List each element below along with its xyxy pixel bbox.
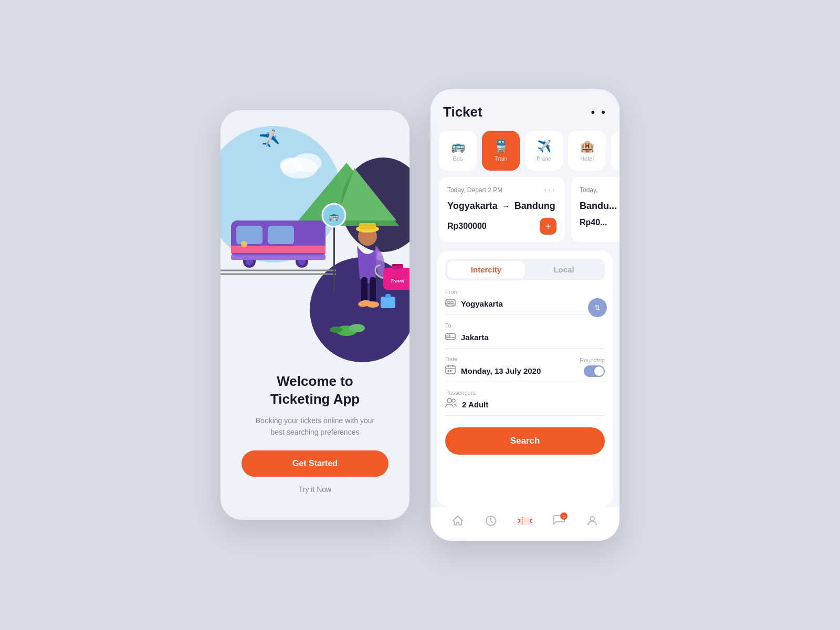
ticket-nav-icon: [518, 514, 532, 530]
from-field: From Yogyakarta ⇅: [445, 289, 605, 315]
bus-icon: 🚌: [451, 140, 465, 153]
nav-ticket[interactable]: [518, 514, 532, 530]
card-route-2: Bandu...: [580, 201, 620, 212]
svg-point-39: [349, 324, 365, 332]
svg-point-59: [452, 399, 455, 402]
try-now-link[interactable]: Try it Now: [299, 485, 331, 494]
profile-icon: [586, 514, 598, 530]
tab-hotel[interactable]: 🏨 Hotel: [568, 131, 606, 171]
tab-hotel-label: Hotel: [580, 155, 594, 162]
svg-point-27: [366, 301, 379, 308]
tab-train-label: Train: [495, 155, 508, 162]
svg-point-58: [447, 398, 452, 403]
from-value[interactable]: Yogyakarta: [461, 299, 605, 308]
date-value[interactable]: Monday, 13 July 2020: [461, 366, 541, 375]
svg-point-65: [590, 517, 594, 521]
seg-tab-intercity[interactable]: Intercity: [447, 261, 525, 278]
bottom-nav: 1: [430, 507, 620, 541]
date-field: Date Roundtrip: [445, 356, 605, 382]
ticket-header: Ticket • •: [430, 89, 620, 127]
svg-text:Travel: Travel: [391, 278, 405, 284]
ticket-title: Ticket: [443, 104, 482, 120]
tab-train[interactable]: 🚆 Train: [482, 131, 520, 171]
card-top-1: Today, Depart 2 PM ···: [447, 184, 556, 195]
card-price-1: Rp300000: [447, 222, 487, 231]
station-from-icon: [445, 297, 456, 310]
card-price-2: Rp40...: [580, 218, 607, 227]
nav-home[interactable]: [452, 514, 464, 530]
ticket-screen: Ticket • • 🚌 Bus 🚆 Train ✈️ Plane 🏨 Hote…: [430, 89, 620, 541]
card-top-2: Today, ···: [580, 184, 620, 195]
route-to-1: Bandung: [514, 201, 555, 212]
card-route-1: Yogyakarta → Bandung: [447, 201, 556, 212]
passengers-row: 2 Adult: [445, 398, 605, 416]
plane-icon: ✈️: [537, 140, 551, 153]
tab-bus[interactable]: 🚌 Bus: [439, 131, 477, 171]
from-label: From: [445, 289, 605, 295]
home-icon: [452, 514, 464, 530]
svg-rect-33: [385, 294, 391, 298]
station-to-icon: [445, 331, 456, 344]
more-options-button[interactable]: • •: [591, 106, 607, 119]
seg-tab-local[interactable]: Local: [525, 261, 603, 278]
svg-rect-7: [236, 226, 262, 244]
route-from-1: Yogyakarta: [447, 201, 498, 212]
card-add-btn-1[interactable]: +: [540, 218, 556, 235]
card-bottom-2: Rp40...: [580, 218, 620, 227]
search-section: Intercity Local From: [437, 250, 613, 507]
roundtrip-label: Roundtrip: [580, 357, 605, 363]
date-label: Date: [445, 356, 457, 362]
card-depart-1: Today, Depart 2 PM: [447, 186, 502, 194]
search-button[interactable]: Search: [445, 427, 605, 455]
to-row: Jakarta: [445, 331, 605, 349]
roundtrip-toggle[interactable]: [584, 365, 605, 377]
tab-explore[interactable]: 🗺️ Ex...: [611, 131, 620, 171]
card-bottom-1: Rp300000 +: [447, 218, 556, 235]
from-row: Yogyakarta ⇅: [445, 297, 605, 315]
tab-plane-label: Plane: [537, 155, 551, 162]
svg-rect-24: [361, 277, 368, 303]
tab-plane[interactable]: ✈️ Plane: [525, 131, 563, 171]
svg-rect-48: [447, 335, 450, 337]
passengers-value[interactable]: 2 Adult: [462, 400, 605, 409]
svg-point-62: [518, 519, 520, 522]
card-depart-2: Today,: [580, 186, 597, 194]
svg-rect-43: [451, 301, 453, 303]
svg-rect-23: [359, 223, 376, 229]
ticket-card-2: Today, ··· Bandu... Rp40...: [571, 177, 620, 242]
card-more-1[interactable]: ···: [544, 184, 556, 195]
date-row: Monday, 13 July 2020: [445, 364, 605, 382]
to-label: To: [445, 322, 605, 329]
svg-rect-32: [381, 297, 395, 308]
svg-point-63: [530, 519, 532, 522]
passengers-field: Passengers 2 Adult: [445, 390, 605, 416]
svg-rect-25: [370, 277, 376, 303]
svg-point-37: [280, 158, 303, 173]
svg-text:🚌: 🚌: [329, 211, 339, 221]
nav-profile[interactable]: [586, 514, 598, 530]
nav-history[interactable]: [485, 514, 497, 530]
toggle-knob: [594, 366, 604, 376]
svg-point-40: [330, 327, 342, 333]
tab-bus-label: Bus: [453, 155, 463, 162]
svg-rect-52: [446, 366, 455, 374]
date-label-row: Date Roundtrip: [445, 356, 605, 364]
svg-rect-8: [268, 226, 294, 244]
svg-point-15: [241, 241, 247, 247]
calendar-icon: [445, 364, 456, 377]
ticket-cards-list: Today, Depart 2 PM ··· Yogyakarta → Band…: [430, 177, 620, 250]
svg-rect-42: [448, 301, 450, 303]
segment-tabs: Intercity Local: [445, 259, 605, 280]
svg-rect-30: [392, 264, 403, 266]
route-from-2: Bandu...: [580, 201, 617, 212]
hotel-icon: 🏨: [580, 140, 594, 153]
passengers-label: Passengers: [445, 390, 605, 396]
transport-tabs: 🚌 Bus 🚆 Train ✈️ Plane 🏨 Hotel 🗺️ Ex...: [430, 127, 620, 177]
passengers-icon: [445, 398, 457, 411]
swap-button[interactable]: ⇅: [588, 298, 607, 317]
route-arrow-1: →: [502, 202, 510, 211]
to-value[interactable]: Jakarta: [461, 333, 605, 342]
svg-rect-18: [333, 218, 335, 291]
get-started-button[interactable]: Get Started: [242, 450, 388, 477]
nav-chat[interactable]: 1: [553, 514, 565, 530]
